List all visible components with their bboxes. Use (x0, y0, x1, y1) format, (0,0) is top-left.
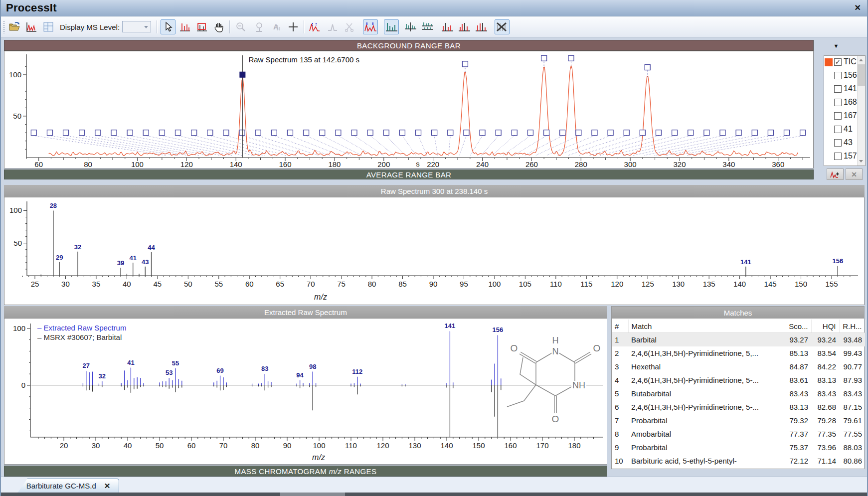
match-row-4[interactable]: 42,4,6(1H,3H,5H)-Pyrimidinetrione, 5-...… (612, 373, 865, 387)
match-row-2[interactable]: 22,4,6(1H,3H,5H)-Pyrimidinetrione, 5,...… (612, 346, 865, 360)
baseline-tool-button[interactable] (325, 19, 340, 34)
match-row-9[interactable]: 9Probarbital75.3773.9688.03 (612, 441, 865, 454)
svg-text:80: 80 (84, 160, 92, 168)
svg-text:130: 130 (672, 280, 685, 288)
background-range-bar-title: BACKGROUND RANGE BAR (357, 41, 461, 50)
match-cell-score: 84.87 (783, 360, 811, 373)
red-spectrum-button-1[interactable] (440, 19, 455, 34)
match-row-8[interactable]: 8Amobarbital77.3777.3577.55 (612, 427, 865, 441)
trace-checkbox[interactable] (834, 126, 842, 133)
spectrum-view-button[interactable] (24, 19, 39, 34)
svg-text:156: 156 (493, 326, 504, 333)
col-hqi[interactable]: HQI (811, 320, 839, 333)
legend-scrollbar[interactable] (857, 56, 865, 165)
svg-text:280: 280 (575, 160, 587, 168)
tab-barbiturate-gcms[interactable]: Barbiturate GC-MS.d ✕ (17, 479, 119, 493)
scroll-up-icon[interactable] (859, 59, 863, 61)
trace-checkbox[interactable] (834, 112, 842, 120)
average-range-bar-header: AVERAGE RANGE BAR (4, 169, 814, 179)
tab-close-icon[interactable]: ✕ (104, 482, 111, 491)
background-range-bar-header: BACKGROUND RANGE BAR (4, 40, 814, 51)
trace-label: 141 (844, 84, 857, 93)
svg-text:28: 28 (50, 202, 57, 209)
stick-spectrum-button[interactable] (384, 19, 399, 34)
svg-text:112: 112 (352, 368, 362, 375)
svg-text:155: 155 (825, 280, 838, 288)
match-cell-rhqi: 88.03 (839, 441, 865, 454)
crosshair-tool-button[interactable] (286, 19, 301, 34)
svg-text:32: 32 (99, 372, 106, 380)
matches-header-row[interactable]: # Match Sco... HQI R.H... (612, 320, 865, 333)
matches-title: Matches (724, 309, 752, 317)
cut-spectra-button[interactable] (342, 19, 357, 34)
pointer-tool-button[interactable] (161, 19, 175, 34)
trace-checkbox[interactable] (834, 139, 842, 147)
raw-spectrum-plot[interactable]: 5010025303540455055606570758085909510010… (4, 197, 865, 305)
grid-spectra-button[interactable] (420, 19, 435, 34)
col-score[interactable]: Sco... (783, 320, 811, 333)
col-match[interactable]: Match (628, 320, 783, 333)
svg-text:90: 90 (429, 280, 438, 288)
trace-checkbox[interactable] (834, 85, 842, 93)
svg-text:41: 41 (127, 359, 134, 366)
extracted-spectrum-plot[interactable]: 1000203040506070809010011012013014015016… (4, 318, 607, 465)
peak-pick-tool-button[interactable] (177, 19, 192, 34)
match-cell-rank: 9 (612, 441, 628, 454)
match-row-6[interactable]: 62,4,6(1H,3H,5H)-Pyrimidinetrione, 5-...… (612, 400, 865, 414)
svg-text:300: 300 (624, 160, 637, 168)
match-row-5[interactable]: 5Butabarbital83.4383.4383.43 (612, 387, 865, 400)
svg-text:135: 135 (703, 280, 715, 288)
match-cell-rhqi: 79.61 (839, 414, 865, 427)
ms-level-select[interactable] (122, 21, 151, 32)
col-rank[interactable]: # (612, 320, 628, 333)
svg-text:25: 25 (31, 280, 39, 288)
legend-collapse-button[interactable]: ▼ (830, 43, 843, 51)
col-rhqi[interactable]: R.H... (839, 320, 865, 333)
pan-tool-button[interactable] (211, 19, 226, 34)
zoom-reset-button[interactable] (251, 19, 266, 34)
svg-text:75: 75 (337, 280, 346, 288)
svg-text:– Extracted Raw Spectrum: – Extracted Raw Spectrum (37, 324, 126, 332)
svg-text:140: 140 (733, 280, 746, 288)
overlay-spectra-button[interactable] (307, 19, 322, 34)
tic-chromatogram-plot[interactable]: 5010060801001201401601802002202402602803… (4, 51, 814, 168)
match-cell-score: 77.37 (783, 427, 811, 441)
scrollbar-thumb[interactable] (858, 64, 865, 86)
match-row-1[interactable]: 1Barbital93.2793.2493.48 (612, 333, 865, 347)
match-cell-rank: 8 (612, 427, 628, 441)
delete-spectra-button[interactable] (495, 19, 510, 34)
annotate-button[interactable]: A (269, 19, 284, 34)
svg-text:150: 150 (795, 280, 807, 288)
dual-spectra-button[interactable] (403, 19, 418, 34)
trace-checkbox[interactable] (834, 72, 842, 79)
trace-checkbox[interactable]: ✓ (834, 58, 842, 66)
marked-spectrum-button[interactable] (363, 19, 378, 34)
zoom-box-tool-button[interactable] (194, 19, 209, 34)
marked-spectrum-icon (364, 21, 377, 33)
zoom-out-button[interactable] (233, 19, 248, 34)
remove-trace-button[interactable]: ✕ (846, 168, 863, 180)
mass-chromatogram-title: MASS CHROMATOGRAM m/z RANGES (235, 467, 377, 476)
add-trace-button[interactable] (827, 168, 844, 180)
match-row-10[interactable]: 10Barbituric acid, 5-ethyl-5-pentyl-72.1… (612, 454, 865, 468)
svg-text:100: 100 (13, 324, 25, 332)
window-close-button[interactable]: ✕ (855, 3, 861, 12)
match-row-7[interactable]: 7Probarbital79.3279.2879.61 (612, 414, 865, 427)
toolbar-grip[interactable] (3, 20, 5, 33)
trace-checkbox[interactable] (834, 99, 842, 106)
open-data-button[interactable] (7, 19, 22, 34)
match-cell-hqi: 83.13 (811, 373, 839, 387)
trace-label: 167 (844, 111, 857, 120)
match-cell-rank: 7 (612, 414, 628, 427)
trace-checkbox[interactable] (834, 153, 842, 160)
match-cell-match: Probarbital (628, 414, 783, 427)
match-cell-match: Barbital (628, 333, 783, 347)
match-row-3[interactable]: 3Hexethal84.8784.2290.77 (612, 360, 865, 373)
layout-grid-button[interactable] (41, 19, 56, 34)
svg-text:100: 100 (9, 206, 22, 214)
raw-spectrum-title-bar: Raw Spectrum 300 at 238.140 s (4, 185, 865, 197)
scroll-down-icon[interactable] (859, 160, 863, 163)
red-spectrum-button-3[interactable] (474, 19, 489, 34)
svg-text:110: 110 (345, 441, 357, 450)
red-spectrum-button-2[interactable] (457, 19, 472, 34)
